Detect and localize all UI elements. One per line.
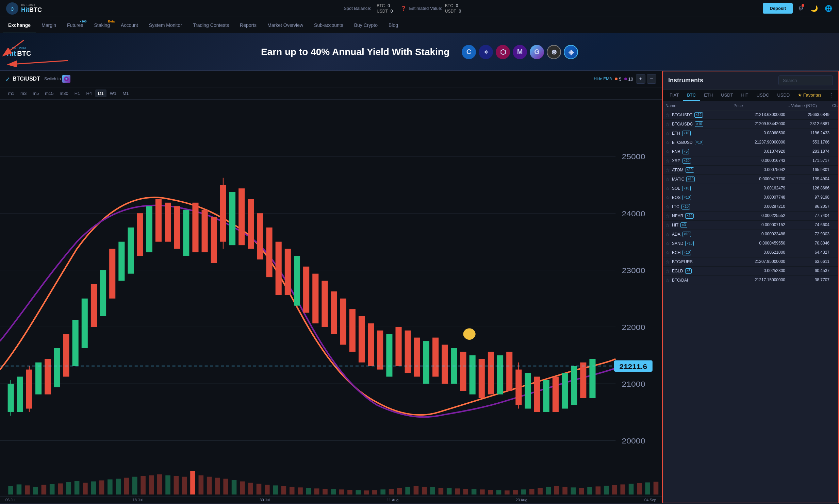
nav-item-system-monitor[interactable]: System Monitor	[144, 17, 187, 33]
row-star-icon[interactable]: ☆	[665, 121, 670, 127]
row-star-icon[interactable]: ☆	[665, 149, 670, 154]
ema-5-value: 5	[619, 77, 621, 82]
table-row[interactable]: ☆ XRP ×10 0.000016743171.5717-5.05%	[663, 156, 838, 166]
row-star-icon[interactable]: ☆	[665, 112, 670, 118]
zoom-in-button[interactable]: +	[636, 74, 645, 84]
tab-usdd[interactable]: USDD	[773, 90, 794, 101]
col-price: Price	[734, 103, 788, 108]
interval-w1[interactable]: W1	[107, 89, 119, 97]
interval-h1[interactable]: H1	[72, 89, 83, 97]
tab-usdt[interactable]: USDT	[717, 90, 737, 101]
row-star-icon[interactable]: ☆	[665, 186, 670, 191]
row-change-cell: -5.11%	[832, 222, 838, 228]
row-star-icon[interactable]: ☆	[665, 241, 670, 246]
date-label-6: 04 Sep	[644, 498, 656, 502]
table-row[interactable]: ☆ LTC ×10 0.0028721086.2057-4.17%	[663, 202, 838, 212]
nav-item-staking[interactable]: Staking Beta	[88, 17, 115, 33]
col-volume[interactable]: ↓ Volume (BTC)	[788, 103, 832, 108]
instruments-search-input[interactable]	[778, 75, 833, 85]
interval-m30[interactable]: m30	[57, 89, 71, 97]
row-star-icon[interactable]: ☆	[665, 167, 670, 173]
row-star-icon[interactable]: ☆	[665, 250, 670, 255]
interval-m1-month[interactable]: M1	[120, 89, 131, 97]
table-row[interactable]: ☆ EGLD ×5 0.0025230060.4537-8.74%	[663, 267, 838, 276]
row-name-cell: ☆ BCH ×10	[665, 250, 734, 255]
hide-ema-button[interactable]: Hide EMA	[594, 77, 612, 81]
date-label-2: 18 Jul	[133, 498, 143, 502]
settings-button[interactable]: ⚙	[797, 3, 805, 14]
row-star-icon[interactable]: ☆	[665, 213, 670, 219]
interval-m5[interactable]: m5	[30, 89, 42, 97]
row-change-cell: -5.33%	[832, 195, 838, 200]
svg-rect-43	[266, 228, 273, 277]
nav-item-account[interactable]: Account	[115, 17, 144, 33]
svg-rect-32	[174, 206, 180, 249]
tab-favorites[interactable]: ★ Favorites	[794, 90, 825, 101]
tab-hit[interactable]: HIT	[737, 90, 753, 101]
row-star-icon[interactable]: ☆	[665, 158, 670, 164]
tab-fiat[interactable]: FIAT	[665, 90, 683, 101]
banner[interactable]: EST. 2013 Hit BTC Earn up to 40% Annual …	[0, 33, 839, 71]
nav-item-buy-crypto[interactable]: Buy Crypto	[349, 17, 383, 33]
svg-rect-154	[521, 489, 526, 494]
table-row[interactable]: ☆ ATOM ×10 0.00075042165.93014.48%	[663, 166, 838, 175]
banner-btc: BTC	[17, 50, 31, 57]
table-row[interactable]: ☆ BTC/USDT ×12 21213.6300000025663.68499…	[663, 111, 838, 120]
language-button[interactable]: 🌐	[823, 3, 834, 14]
row-star-icon[interactable]: ☆	[665, 131, 670, 136]
row-star-icon[interactable]: ☆	[665, 268, 670, 274]
svg-rect-108	[141, 476, 146, 494]
tab-eth[interactable]: ETH	[700, 90, 717, 101]
spot-balance-label: Spot Balance:	[344, 6, 371, 11]
table-row[interactable]: ☆ BTC/USDC ×10 21209.534420002312.68819.…	[663, 120, 838, 129]
table-row[interactable]: ☆ MATIC ×10 0.0000417700139.4904-4.67%	[663, 175, 838, 184]
est-btc-currency: BTC	[445, 3, 453, 8]
row-star-icon[interactable]: ☆	[665, 259, 670, 265]
tab-usdc[interactable]: USDC	[753, 90, 773, 101]
zoom-out-button[interactable]: −	[647, 74, 656, 84]
tab-more-button[interactable]: ⋮	[827, 92, 836, 99]
interval-h4[interactable]: H4	[83, 89, 95, 97]
table-row[interactable]: ☆ BTC/EURS 21207.9500000063.66119.32%	[663, 257, 838, 267]
row-star-icon[interactable]: ☆	[665, 140, 670, 145]
interval-m1[interactable]: m1	[5, 89, 17, 97]
table-row[interactable]: ☆ ETH ×10 0.080685001186.2433-4.77%	[663, 129, 838, 138]
table-row[interactable]: ☆ HIT ×3 0.00000715274.6604-5.11%	[663, 221, 838, 230]
row-star-icon[interactable]: ☆	[665, 177, 670, 182]
chart-symbol: ⤢ BTC/USDT	[5, 76, 40, 82]
row-star-icon[interactable]: ☆	[665, 278, 670, 283]
interval-d1[interactable]: D1	[95, 89, 106, 97]
nav-item-market-overview[interactable]: Market Overview	[262, 17, 309, 33]
deposit-button[interactable]: Deposit	[763, 3, 793, 14]
nav-item-trading-contests[interactable]: Trading Contests	[187, 17, 234, 33]
interval-m15[interactable]: m15	[42, 89, 56, 97]
nav-item-exchange[interactable]: Exchange	[3, 17, 36, 33]
theme-toggle-button[interactable]: 🌙	[809, 3, 819, 14]
table-row[interactable]: ☆ ADA ×10 0.00002348872.9303-5.89%	[663, 230, 838, 239]
table-row[interactable]: ☆ SOL ×10 0.00162479126.8686-8.06%	[663, 184, 838, 193]
table-row[interactable]: ☆ BCH ×10 0.0062100064.4327-4.99%	[663, 248, 838, 257]
table-row[interactable]: ☆ EOS ×10 0.0000774897.9198-5.33%	[663, 193, 838, 202]
svg-rect-101	[83, 483, 88, 495]
table-row[interactable]: ☆ NEAR ×10 0.00022555277.7404-6.04%	[663, 212, 838, 221]
nav-item-futures[interactable]: Futures ×100	[62, 17, 88, 33]
svg-rect-133	[347, 490, 352, 494]
nav-item-margin[interactable]: Margin	[36, 17, 62, 33]
row-star-icon[interactable]: ☆	[665, 204, 670, 209]
tab-btc[interactable]: BTC	[683, 90, 700, 101]
row-star-icon[interactable]: ☆	[665, 195, 670, 200]
table-row[interactable]: ☆ BTC/DAI 21217.1500000038.77079.33%	[663, 276, 838, 285]
nav-item-sub-accounts[interactable]: Sub-accounts	[309, 17, 349, 33]
table-row[interactable]: ☆ BNB ×5 0.01374920283.1874-5.39%	[663, 147, 838, 156]
nav-item-blog[interactable]: Blog	[383, 17, 404, 33]
interval-m3[interactable]: m3	[18, 89, 29, 97]
row-star-icon[interactable]: ☆	[665, 232, 670, 237]
row-star-icon[interactable]: ☆	[665, 222, 670, 228]
nav-item-reports[interactable]: Reports	[234, 17, 262, 33]
svg-rect-125	[281, 486, 286, 494]
table-row[interactable]: ☆ SAND ×10 0.000045955070.8046-3.77%	[663, 239, 838, 248]
switch-to[interactable]: Switch to	[44, 75, 70, 83]
svg-rect-113	[182, 477, 187, 494]
svg-rect-167	[629, 484, 634, 494]
table-row[interactable]: ☆ BTC/BUSD ×10 21237.90000000553.176610.…	[663, 138, 838, 147]
